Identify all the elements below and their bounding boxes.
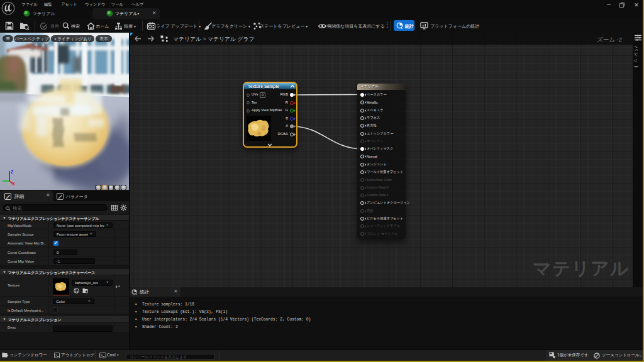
svg-text:X: X — [12, 182, 15, 186]
svg-text:Z: Z — [11, 170, 14, 174]
